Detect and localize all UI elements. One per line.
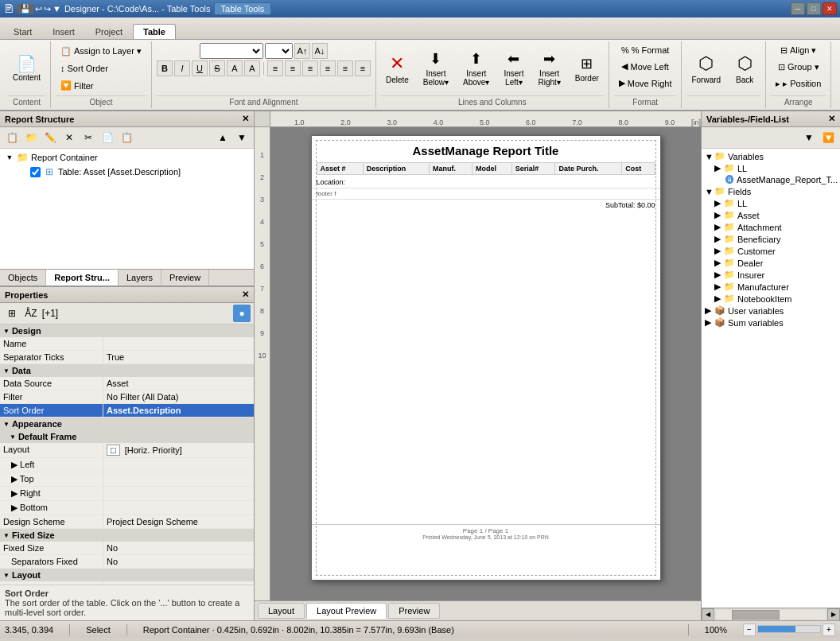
tab-preview[interactable]: Preview (388, 603, 440, 619)
align-right-button[interactable]: ≡ (302, 60, 318, 76)
right-panel-scrollbar[interactable]: ◀ ▶ (702, 608, 840, 620)
insert-below-button[interactable]: ⬇ InsertBelow▾ (418, 47, 453, 90)
vars-dropdown-btn[interactable]: ▼ (800, 129, 818, 146)
zoom-in-button[interactable]: + (822, 624, 835, 636)
asset-checkbox[interactable] (30, 167, 41, 177)
fixedsize-section[interactable]: ▼ Fixed Size (0, 529, 254, 542)
struct-btn-3[interactable]: ✏️ (41, 129, 59, 146)
underline-button[interactable]: U (192, 60, 208, 76)
separator-value[interactable]: True (103, 351, 254, 363)
variables-tree[interactable]: ▼ 📁 Variables ▶ 📁 LL 🅐 AssetManage_Repor… (702, 149, 840, 608)
struct-btn-cut[interactable]: ✂ (80, 129, 97, 146)
quick-redo[interactable]: ↪ (44, 4, 51, 14)
minimize-button[interactable]: ─ (791, 2, 805, 15)
forward-button[interactable]: ⬡ Forward (686, 50, 725, 87)
tree-asset-table[interactable]: ⊞ Table: Asset [Asset.Description] (2, 165, 252, 179)
move-right-button[interactable]: ▶ Move Right (614, 76, 677, 91)
font-size-decrease-button[interactable]: A↓ (312, 43, 328, 59)
tab-layout-preview[interactable]: Layout Preview (306, 603, 387, 619)
filter-value[interactable]: No Filter (All Data) (103, 390, 254, 403)
name-value[interactable] (103, 337, 254, 350)
tree-fields[interactable]: ▼ 📁 Fields (703, 185, 838, 197)
tab-report-structure[interactable]: Report Stru... (46, 270, 119, 286)
assign-to-layer-button[interactable]: 📋 Assign to Layer ▾ (56, 44, 146, 59)
align-button[interactable]: ⊟ Align ▾ (776, 43, 822, 58)
defaultframe-section[interactable]: ▼ Default Frame (0, 430, 254, 443)
tree-assetmanage-report[interactable]: 🅐 AssetManage_Report_T... (703, 174, 838, 185)
props-btn-active[interactable]: ● (233, 305, 251, 322)
tree-fields-notebookitem[interactable]: ▶ 📁 NotebookItem (703, 293, 838, 305)
italic-button[interactable]: I (174, 60, 190, 76)
tree-fields-asset[interactable]: ▶ 📁 Asset (703, 209, 838, 221)
left-expand[interactable]: ▶ (11, 460, 18, 469)
tree-fields-customer[interactable]: ▶ 📁 Customer (703, 245, 838, 257)
tab-layers[interactable]: Layers (119, 270, 161, 286)
quick-undo[interactable]: ↩ (35, 4, 42, 14)
props-btn-1[interactable]: ⊞ (3, 305, 21, 322)
scroll-thumb[interactable] (732, 610, 780, 620)
struct-btn-down[interactable]: ▼ (233, 129, 251, 146)
align-top-button[interactable]: ≡ (337, 60, 353, 76)
tab-project[interactable]: Project (85, 24, 133, 39)
zoom-out-button[interactable]: − (743, 624, 756, 636)
group-button[interactable]: ⊡ Group ▾ (773, 60, 824, 75)
tree-fields-ll[interactable]: ▶ 📁 LL (703, 197, 838, 209)
tab-insert[interactable]: Insert (42, 24, 85, 39)
font-name-select[interactable] (200, 43, 263, 59)
back-button[interactable]: ⬡ Back (729, 50, 760, 87)
maximize-button[interactable]: □ (807, 2, 821, 15)
appearance-section[interactable]: ▼ Appearance (0, 418, 254, 430)
tree-fields-dealer[interactable]: ▶ 📁 Dealer (703, 257, 838, 269)
sort-order-button[interactable]: ↕ Sort Order (56, 61, 113, 76)
props-btn-sort[interactable]: ÅZ (22, 305, 40, 322)
scroll-right-btn[interactable]: ▶ (827, 608, 840, 621)
layout-value[interactable]: □ [Horiz. Priority] (103, 443, 254, 457)
align-left-button[interactable]: ≡ (267, 60, 283, 76)
datasource-value[interactable]: Asset (103, 377, 254, 390)
align-justify-button[interactable]: ≡ (320, 60, 336, 76)
strikethrough-button[interactable]: S (209, 60, 225, 76)
report-structure-close[interactable]: ✕ (242, 114, 249, 124)
tree-vars-ll[interactable]: ▶ 📁 LL (703, 162, 838, 174)
insert-right-button[interactable]: ➡ InsertRight▾ (533, 47, 565, 90)
filter-button[interactable]: 🔽 Filter (56, 78, 98, 93)
struct-btn-copy[interactable]: 📄 (99, 129, 116, 146)
tab-preview[interactable]: Preview (161, 270, 209, 286)
expander-report-container[interactable]: ▼ (3, 151, 16, 164)
bold-button[interactable]: B (157, 60, 173, 76)
props-scroll[interactable]: ▼ Design Name Separator Ticks True ▼ Dat… (0, 324, 254, 585)
tree-fields-attachment[interactable]: ▶ 📁 Attachment (703, 221, 838, 233)
variables-close[interactable]: ✕ (828, 114, 835, 124)
props-sortorder-row[interactable]: Sort Order Asset.Description (0, 404, 254, 418)
tree-fields-manufacturer[interactable]: ▶ 📁 Manufacturer (703, 281, 838, 293)
font-size-select[interactable] (265, 43, 293, 59)
position-button[interactable]: ▸ ▸ Position (771, 76, 826, 91)
content-button[interactable]: 📄 Content (8, 52, 45, 85)
quick-menu[interactable]: ▼ (52, 4, 61, 14)
tree-user-variables[interactable]: ▶ 📦 User variables (703, 305, 838, 317)
sortorder-value[interactable]: Asset.Description (103, 404, 254, 417)
tab-start[interactable]: Start (3, 24, 42, 39)
struct-btn-2[interactable]: 📁 (22, 129, 40, 146)
fixedsize-value[interactable]: No (103, 542, 254, 554)
tree-fields-beneficiary[interactable]: ▶ 📁 Beneficiary (703, 233, 838, 245)
tab-table[interactable]: Table (133, 24, 176, 39)
align-bottom-button[interactable]: ≡ (355, 60, 371, 76)
separators-fixed-value[interactable]: No (103, 555, 254, 568)
struct-btn-1[interactable]: 📋 (3, 129, 21, 146)
properties-close[interactable]: ✕ (242, 289, 249, 300)
struct-btn-up[interactable]: ▲ (214, 129, 231, 146)
bottom-expand[interactable]: ▶ (11, 503, 18, 512)
designscheme-value[interactable]: Project Design Scheme (103, 515, 254, 528)
scroll-left-btn[interactable]: ◀ (702, 608, 714, 621)
tab-layout[interactable]: Layout (258, 603, 305, 619)
format-percent-button[interactable]: % % Format (616, 43, 674, 57)
canvas-scroll[interactable]: AssetManage Report Title Asset # Descrip… (270, 127, 701, 600)
delete-button[interactable]: ✕ Delete (381, 50, 414, 87)
close-button[interactable]: ✕ (822, 2, 837, 15)
props-btn-expand[interactable]: [+1] (41, 305, 59, 322)
struct-btn-delete[interactable]: ✕ (60, 129, 78, 146)
insert-above-button[interactable]: ⬆ InsertAbove▾ (458, 47, 494, 90)
border-button[interactable]: ⊞ Border (570, 52, 604, 86)
font-color-button[interactable]: A (227, 60, 243, 76)
